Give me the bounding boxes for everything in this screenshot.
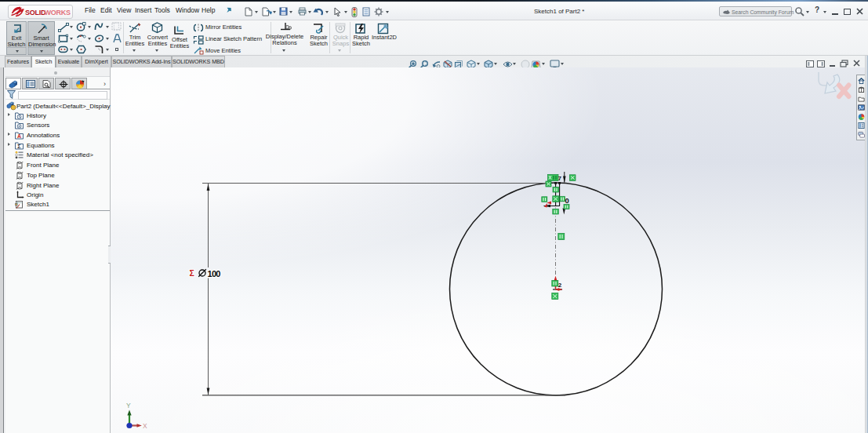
svg-text:100: 100 [208,269,221,278]
svg-text:A: A [17,133,21,139]
svg-text:WORKS: WORKS [45,9,71,16]
svg-text:Σ: Σ [17,144,20,149]
svg-text:Σ: Σ [190,268,194,278]
svg-text:7: 7 [558,175,562,182]
svg-text:0: 0 [565,196,569,205]
svg-text:X: X [143,422,147,430]
svg-text:Y: Y [126,402,131,409]
svg-text:2: 2 [558,282,562,289]
svg-text:SOLID: SOLID [25,9,46,16]
